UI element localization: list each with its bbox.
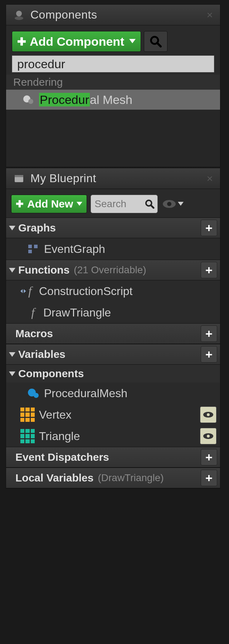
result-label: Procedural Mesh bbox=[39, 93, 132, 107]
svg-rect-8 bbox=[15, 175, 23, 177]
array-icon bbox=[20, 429, 35, 443]
section-macros-title: Macros bbox=[15, 328, 53, 340]
item-constructionscript[interactable]: f ConstructionScript bbox=[6, 280, 220, 302]
chevron-down-icon bbox=[178, 202, 184, 206]
expand-icon bbox=[9, 226, 15, 230]
svg-point-1 bbox=[15, 16, 23, 20]
add-component-label: Add Component bbox=[30, 35, 124, 49]
chevron-down-icon bbox=[77, 202, 82, 206]
add-function-button[interactable]: + bbox=[201, 262, 217, 278]
blueprint-tab-header[interactable]: My Blueprint × bbox=[6, 168, 220, 189]
add-variable-button[interactable]: + bbox=[201, 346, 217, 363]
triangle-visibility-toggle[interactable] bbox=[200, 428, 216, 444]
search-toggle-button[interactable] bbox=[144, 31, 167, 52]
section-local-variables[interactable]: Local Variables (DrawTriangle) + bbox=[6, 468, 220, 488]
add-new-label: Add New bbox=[27, 198, 73, 210]
svg-line-11 bbox=[151, 205, 154, 208]
plus-icon: ✚ bbox=[16, 199, 24, 210]
svg-point-23 bbox=[207, 413, 210, 416]
section-local-sub: (DrawTriangle) bbox=[98, 472, 164, 484]
item-proceduralmesh[interactable]: ProceduralMesh bbox=[6, 383, 220, 404]
svg-marker-9 bbox=[77, 202, 82, 206]
proceduralmesh-label: ProceduralMesh bbox=[44, 387, 127, 400]
plus-icon: ✚ bbox=[17, 35, 26, 48]
blueprint-toolbar: ✚ Add New bbox=[6, 189, 220, 218]
section-graphs[interactable]: Graphs + bbox=[6, 218, 220, 238]
section-local-title: Local Variables bbox=[15, 472, 93, 484]
search-icon bbox=[145, 198, 155, 210]
function-icon: f bbox=[20, 284, 35, 298]
triangle-label: Triangle bbox=[39, 430, 80, 443]
category-rendering: Rendering bbox=[6, 75, 220, 90]
blueprint-title: My Blueprint bbox=[30, 172, 96, 185]
svg-marker-18 bbox=[20, 289, 23, 293]
eye-icon bbox=[161, 199, 177, 209]
item-vertex[interactable]: Vertex bbox=[6, 404, 220, 425]
drawtriangle-label: DrawTriangle bbox=[43, 306, 111, 319]
section-components-vars[interactable]: Components bbox=[6, 365, 220, 383]
svg-marker-2 bbox=[129, 39, 136, 43]
add-graph-button[interactable]: + bbox=[201, 220, 217, 236]
svg-line-4 bbox=[157, 43, 161, 46]
array-icon bbox=[20, 408, 35, 422]
svg-marker-14 bbox=[178, 202, 184, 206]
components-panel: Components × ✚ Add Component Rendering bbox=[6, 4, 220, 167]
section-functions[interactable]: Functions (21 Overridable) + bbox=[6, 260, 220, 280]
expand-icon bbox=[9, 268, 15, 273]
add-event-dispatcher-button[interactable]: + bbox=[201, 449, 217, 465]
svg-point-6 bbox=[28, 99, 33, 104]
search-icon bbox=[149, 35, 162, 48]
components-icon bbox=[13, 9, 25, 21]
my-blueprint-panel: My Blueprint × ✚ Add New bbox=[6, 168, 220, 489]
section-graphs-title: Graphs bbox=[18, 222, 56, 234]
visibility-dropdown[interactable] bbox=[161, 199, 184, 209]
section-macros[interactable]: Macros + bbox=[6, 323, 220, 344]
components-toolbar: ✚ Add Component bbox=[6, 25, 220, 55]
section-event-dispatchers[interactable]: Event Dispatchers + bbox=[6, 447, 220, 468]
section-components-vars-title: Components bbox=[18, 368, 84, 380]
component-search-input[interactable] bbox=[12, 55, 214, 73]
chevron-down-icon bbox=[129, 39, 136, 44]
mesh-component-icon bbox=[22, 93, 35, 106]
expand-icon bbox=[9, 371, 15, 376]
graph-icon bbox=[27, 243, 40, 255]
result-highlight: Procedur bbox=[39, 93, 90, 106]
eye-icon bbox=[203, 411, 214, 418]
result-rest: al Mesh bbox=[90, 93, 132, 106]
function-icon: f bbox=[27, 306, 39, 319]
component-search-row bbox=[6, 55, 220, 75]
section-functions-title: Functions bbox=[18, 264, 69, 276]
eye-icon bbox=[203, 433, 214, 440]
blueprint-icon bbox=[13, 172, 25, 185]
add-local-variable-button[interactable]: + bbox=[201, 470, 217, 486]
item-eventgraph[interactable]: EventGraph bbox=[6, 238, 220, 260]
svg-rect-16 bbox=[34, 245, 38, 248]
svg-rect-17 bbox=[28, 250, 32, 253]
vertex-label: Vertex bbox=[39, 408, 72, 421]
svg-point-25 bbox=[207, 435, 210, 438]
add-component-button[interactable]: ✚ Add Component bbox=[12, 31, 141, 52]
item-drawtriangle[interactable]: f DrawTriangle bbox=[6, 302, 220, 323]
eventgraph-label: EventGraph bbox=[44, 243, 105, 256]
add-macro-button[interactable]: + bbox=[201, 325, 217, 342]
section-variables[interactable]: Variables + bbox=[6, 344, 220, 365]
blueprint-search-input[interactable] bbox=[94, 198, 145, 210]
blueprint-search-box[interactable] bbox=[91, 195, 158, 213]
add-new-button[interactable]: ✚ Add New bbox=[11, 195, 87, 213]
svg-point-0 bbox=[16, 11, 22, 16]
section-variables-title: Variables bbox=[18, 348, 65, 360]
expand-icon bbox=[9, 352, 15, 357]
vertex-visibility-toggle[interactable] bbox=[200, 406, 216, 423]
svg-rect-15 bbox=[28, 245, 32, 248]
svg-point-21 bbox=[34, 393, 39, 398]
item-triangle[interactable]: Triangle bbox=[6, 425, 220, 447]
components-empty-area bbox=[6, 110, 220, 167]
svg-point-13 bbox=[167, 202, 171, 206]
close-icon[interactable]: × bbox=[206, 10, 213, 20]
section-event-title: Event Dispatchers bbox=[15, 451, 109, 463]
result-procedural-mesh[interactable]: Procedural Mesh bbox=[6, 90, 220, 110]
components-title: Components bbox=[30, 8, 97, 21]
constructionscript-label: ConstructionScript bbox=[39, 285, 132, 298]
close-icon[interactable]: × bbox=[206, 173, 213, 184]
components-tab-header[interactable]: Components × bbox=[6, 5, 220, 25]
